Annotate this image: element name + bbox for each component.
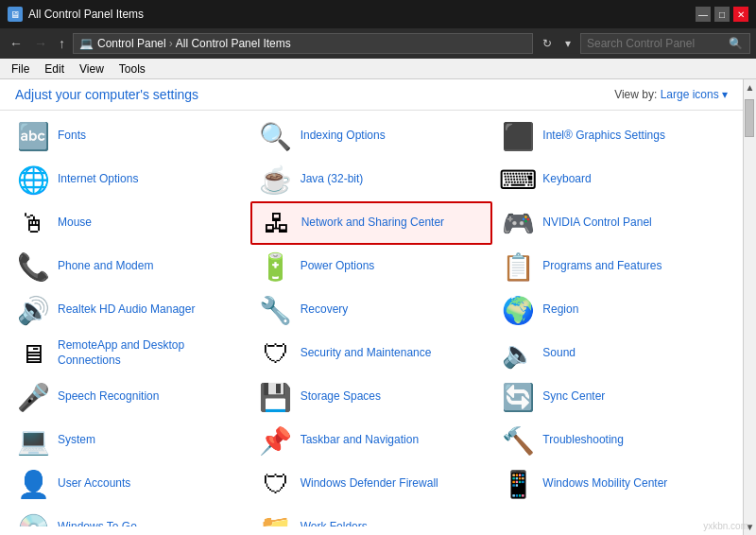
view-by-control[interactable]: View by: Large icons ▾: [614, 88, 728, 101]
grid-item-taskbar[interactable]: 📌Taskbar and Navigation: [250, 419, 493, 462]
grid-item-intel-graphics[interactable]: ⬛Intel® Graphics Settings: [492, 114, 735, 158]
grid-item-realtek[interactable]: 🔊Realtek HD Audio Manager: [8, 288, 250, 332]
menu-bar: File Edit View Tools: [0, 59, 756, 79]
system-label: System: [58, 433, 95, 448]
recovery-icon: 🔧: [259, 293, 293, 327]
content-header: Adjust your computer's settings View by:…: [0, 79, 743, 111]
page-title: Adjust your computer's settings: [15, 87, 198, 102]
grid-item-mouse[interactable]: 🖱Mouse: [8, 201, 250, 245]
java-label: Java (32-bit): [301, 172, 364, 187]
fonts-label: Fonts: [58, 129, 86, 144]
forward-button[interactable]: →: [30, 34, 51, 53]
intel-graphics-icon: ⬛: [501, 119, 535, 153]
grid-item-speech[interactable]: 🎤Speech Recognition: [8, 375, 250, 419]
grid-item-troubleshooting[interactable]: 🔨Troubleshooting: [492, 419, 735, 462]
grid-item-keyboard[interactable]: ⌨Keyboard: [492, 158, 735, 201]
grid-item-region[interactable]: 🌍Region: [492, 288, 735, 332]
menu-edit[interactable]: Edit: [37, 60, 72, 78]
window-controls: — □ ✕: [696, 7, 748, 22]
grid-item-programs[interactable]: 📋Programs and Features: [492, 245, 735, 288]
power-label: Power Options: [301, 259, 375, 274]
search-box[interactable]: 🔍: [580, 33, 750, 54]
grid-item-recovery[interactable]: 🔧Recovery: [250, 288, 493, 332]
grid-item-system[interactable]: 💻System: [8, 419, 250, 462]
scroll-track[interactable]: [744, 95, 756, 519]
grid-item-user-accounts[interactable]: 👤User Accounts: [8, 462, 250, 506]
grid-item-indexing[interactable]: 🔍Indexing Options: [250, 114, 493, 158]
sync-icon: 🔄: [501, 380, 535, 414]
scroll-up-arrow[interactable]: ▲: [743, 79, 756, 95]
troubleshooting-label: Troubleshooting: [542, 433, 624, 448]
content-area: Adjust your computer's settings View by:…: [0, 79, 743, 535]
windows-defender-icon: 🛡: [259, 467, 293, 501]
internet-options-label: Internet Options: [58, 172, 138, 187]
path-segment-2[interactable]: All Control Panel Items: [176, 37, 291, 50]
grid-item-windows-defender[interactable]: 🛡Windows Defender Firewall: [250, 462, 493, 506]
sound-icon: 🔈: [501, 337, 535, 371]
remoteapp-label: RemoteApp and Desktop Connections: [58, 338, 242, 368]
path-segment-1[interactable]: Control Panel: [97, 37, 166, 50]
windows-defender-label: Windows Defender Firewall: [301, 476, 438, 492]
scroll-thumb[interactable]: [745, 99, 754, 137]
internet-options-icon: 🌐: [16, 163, 50, 197]
programs-label: Programs and Features: [542, 259, 662, 274]
minimize-button[interactable]: —: [696, 7, 711, 22]
grid-item-security[interactable]: 🛡Security and Maintenance: [250, 332, 493, 375]
nvidia-label: NVIDIA Control Panel: [542, 216, 651, 231]
user-accounts-icon: 👤: [16, 467, 50, 501]
security-label: Security and Maintenance: [301, 346, 432, 361]
region-icon: 🌍: [501, 293, 535, 327]
address-path[interactable]: 💻 Control Panel › All Control Panel Item…: [73, 33, 533, 54]
search-icon-button[interactable]: 🔍: [729, 37, 743, 50]
realtek-icon: 🔊: [16, 293, 50, 327]
menu-view[interactable]: View: [72, 60, 112, 78]
grid-item-nvidia[interactable]: 🎮NVIDIA Control Panel: [492, 201, 735, 245]
power-icon: 🔋: [259, 250, 293, 284]
java-icon: ☕: [259, 163, 293, 197]
close-button[interactable]: ✕: [733, 7, 748, 22]
search-input[interactable]: [587, 37, 729, 50]
menu-file[interactable]: File: [4, 60, 37, 78]
up-button[interactable]: ↑: [55, 34, 69, 53]
work-folders-label: Work Folders: [301, 520, 368, 526]
grid-item-network-sharing[interactable]: 🖧Network and Sharing Center: [250, 201, 493, 245]
scrollbar[interactable]: ▲ ▼: [743, 79, 756, 535]
windows-mobility-icon: 📱: [501, 467, 535, 501]
nvidia-icon: 🎮: [501, 206, 535, 240]
watermark: yxkbn.com: [703, 521, 748, 531]
windows-to-go-label: Windows To Go: [58, 520, 137, 526]
menu-tools[interactable]: Tools: [112, 60, 153, 78]
taskbar-label: Taskbar and Navigation: [301, 433, 419, 448]
grid-item-phone-modem[interactable]: 📞Phone and Modem: [8, 245, 250, 288]
back-button[interactable]: ←: [6, 34, 26, 53]
grid-item-java[interactable]: ☕Java (32-bit): [250, 158, 493, 201]
storage-label: Storage Spaces: [301, 389, 381, 405]
view-by-label: View by:: [614, 88, 657, 101]
windows-mobility-label: Windows Mobility Center: [542, 476, 667, 492]
grid-item-power[interactable]: 🔋Power Options: [250, 245, 493, 288]
grid-item-windows-to-go[interactable]: 💿Windows To Go: [8, 506, 250, 526]
grid-item-remoteapp[interactable]: 🖥RemoteApp and Desktop Connections: [8, 332, 250, 375]
phone-modem-icon: 📞: [16, 250, 50, 284]
speech-icon: 🎤: [16, 380, 50, 414]
windows-to-go-icon: 💿: [16, 510, 50, 526]
grid-item-windows-mobility[interactable]: 📱Windows Mobility Center: [492, 462, 735, 506]
grid-item-storage[interactable]: 💾Storage Spaces: [250, 375, 493, 419]
down-arrow-button[interactable]: ▾: [559, 35, 576, 52]
refresh-button[interactable]: ↻: [537, 35, 558, 52]
speech-label: Speech Recognition: [58, 389, 159, 405]
view-by-value[interactable]: Large icons ▾: [661, 88, 728, 101]
indexing-icon: 🔍: [259, 119, 293, 153]
grid-item-sync[interactable]: 🔄Sync Center: [492, 375, 735, 419]
grid-item-internet-options[interactable]: 🌐Internet Options: [8, 158, 250, 201]
path-icon: 💻: [79, 37, 94, 50]
system-icon: 💻: [16, 423, 50, 457]
network-sharing-label: Network and Sharing Center: [301, 216, 444, 231]
grid-item-work-folders[interactable]: 📁Work Folders: [250, 506, 493, 526]
main-area: Adjust your computer's settings View by:…: [0, 79, 756, 535]
grid-item-fonts[interactable]: 🔤Fonts: [8, 114, 250, 158]
mouse-label: Mouse: [58, 216, 92, 231]
work-folders-icon: 📁: [259, 510, 293, 526]
grid-item-sound[interactable]: 🔈Sound: [492, 332, 735, 375]
maximize-button[interactable]: □: [714, 7, 730, 22]
